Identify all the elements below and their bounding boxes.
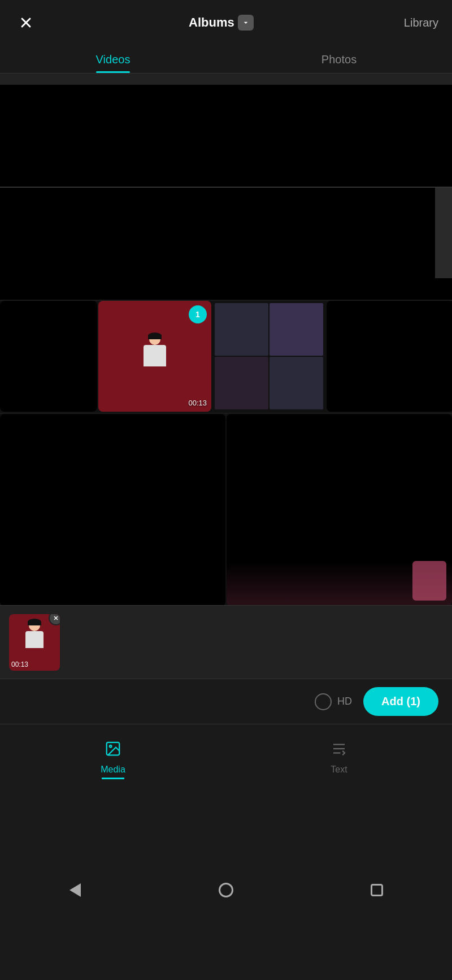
mini-sq-1 bbox=[215, 303, 268, 356]
grid-row-1 bbox=[0, 74, 452, 187]
video-thumb-4[interactable] bbox=[327, 301, 452, 412]
pink-figure bbox=[412, 561, 446, 601]
media-grid: 1 00:13 bbox=[0, 74, 452, 605]
albums-dropdown-icon[interactable] bbox=[238, 15, 254, 31]
video-thumb-6[interactable] bbox=[227, 414, 452, 605]
media-icon bbox=[105, 740, 121, 761]
media-tab-label: Media bbox=[101, 765, 125, 775]
bottom-section: Media Text bbox=[0, 724, 452, 916]
mini-sq-3 bbox=[215, 357, 268, 409]
video-thumb-1[interactable] bbox=[0, 301, 97, 412]
add-button[interactable]: Add (1) bbox=[363, 687, 438, 716]
system-nav bbox=[0, 866, 452, 916]
tab-photos[interactable]: Photos bbox=[226, 45, 452, 73]
text-icon bbox=[331, 740, 347, 761]
hd-toggle[interactable]: HD bbox=[315, 693, 352, 710]
close-button[interactable] bbox=[14, 10, 38, 35]
mini-sq-4 bbox=[270, 357, 323, 409]
tab-media[interactable]: Media bbox=[0, 733, 226, 779]
library-button[interactable]: Library bbox=[404, 16, 438, 29]
tab-videos[interactable]: Videos bbox=[0, 45, 226, 73]
recents-icon bbox=[371, 884, 383, 896]
nav-recents-button[interactable] bbox=[364, 878, 389, 903]
albums-title[interactable]: Albums bbox=[189, 15, 254, 31]
row2-right-hint bbox=[435, 188, 452, 278]
svg-point-5 bbox=[110, 745, 112, 748]
grid-row-2 bbox=[0, 187, 452, 300]
grid-row-3: 1 00:13 bbox=[0, 300, 452, 413]
nav-home-button[interactable] bbox=[214, 878, 238, 903]
media-tabs: Videos Photos bbox=[0, 45, 452, 74]
grid-row-4 bbox=[0, 413, 452, 605]
controls-bar: HD Add (1) bbox=[0, 679, 452, 724]
video-thumb-2[interactable]: 1 00:13 bbox=[98, 301, 211, 412]
text-tab-label: Text bbox=[331, 765, 347, 775]
tab-text[interactable]: Text bbox=[226, 733, 452, 779]
spacer bbox=[0, 779, 452, 866]
albums-label: Albums bbox=[189, 15, 234, 30]
video-thumb-3[interactable] bbox=[212, 301, 325, 412]
back-icon bbox=[69, 883, 81, 897]
selected-badge: 1 bbox=[189, 305, 207, 323]
bottom-tab-bar: Media Text bbox=[0, 724, 452, 779]
mini-sq-2 bbox=[270, 303, 323, 356]
duration-badge: 00:13 bbox=[188, 399, 207, 407]
selected-strip: 00:13 bbox=[0, 605, 452, 679]
video-thumb-5[interactable] bbox=[0, 414, 225, 605]
home-icon bbox=[219, 883, 233, 897]
header: Albums Library bbox=[0, 0, 452, 45]
selected-thumb[interactable]: 00:13 bbox=[9, 614, 60, 671]
hd-circle bbox=[315, 693, 332, 710]
nav-back-button[interactable] bbox=[63, 878, 88, 903]
row1-top-hint bbox=[0, 74, 452, 85]
selected-duration: 00:13 bbox=[11, 660, 28, 668]
hd-label: HD bbox=[337, 696, 352, 707]
